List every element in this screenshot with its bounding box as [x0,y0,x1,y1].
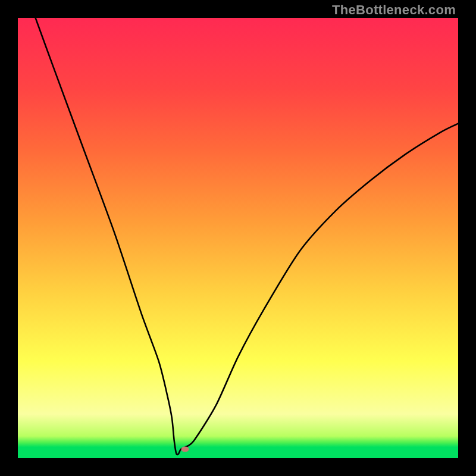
bottleneck-curve [18,18,458,458]
chart-frame: TheBottleneck.com [0,0,476,476]
plot-area [18,18,458,458]
watermark-text: TheBottleneck.com [332,2,456,18]
optimum-marker [181,447,189,452]
